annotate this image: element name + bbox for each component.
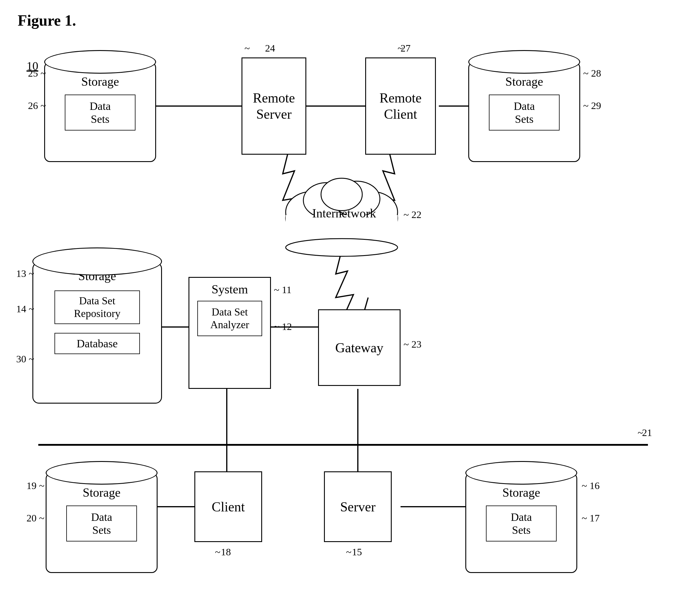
svg-point-8	[321, 178, 362, 211]
ref-19: 19 ~	[27, 480, 44, 491]
ref-22: ~ 22	[404, 209, 421, 220]
ref-21-curly: ~	[638, 427, 643, 438]
ref-11: ~ 11	[274, 284, 292, 296]
internetwork-label: Internetwork	[312, 206, 371, 220]
storage-bot-left: Storage Data Sets	[46, 461, 157, 573]
ref-24: 24	[265, 43, 275, 54]
ref-21: 21	[642, 427, 652, 438]
storage-top-right: Storage Data Sets	[468, 50, 580, 162]
remote-client-box: RemoteClient	[365, 57, 436, 155]
storage-mid-left: Storage Data SetRepository Database	[32, 247, 162, 401]
gateway-box: Gateway	[318, 309, 401, 386]
ref-15: 15	[352, 547, 362, 558]
ref-12: ~ 12	[274, 321, 292, 332]
ref-17: ~ 17	[582, 512, 600, 524]
svg-point-10	[286, 238, 397, 256]
ref-16: ~ 16	[582, 480, 600, 491]
ref-20: 20 ~	[27, 512, 44, 524]
ref-28: ~ 28	[583, 68, 601, 79]
ref-18: 18	[221, 547, 231, 558]
server-box: Server	[324, 471, 392, 542]
ref-15-curly: ~	[346, 547, 351, 558]
ref-27-curly: ~	[397, 43, 403, 54]
storage-bot-right: Storage Data Sets	[465, 461, 577, 573]
ref-18-curly: ~	[215, 547, 220, 558]
storage-top-left: Storage Data Sets	[44, 50, 156, 162]
client-box: Client	[194, 471, 262, 542]
remote-server-box: RemoteServer	[241, 57, 306, 155]
svg-rect-9	[286, 215, 397, 250]
ref-30: 30 ~	[16, 354, 34, 365]
figure-title: Figure 1.	[18, 12, 76, 29]
ref-13: 13 ~	[16, 268, 34, 279]
ref-29: ~ 29	[583, 100, 601, 111]
ref-14: 14 ~	[16, 303, 34, 315]
ref-23: ~ 23	[404, 339, 421, 350]
ref-26: 26 ~	[28, 100, 46, 111]
ref-24-curly: ~	[245, 43, 250, 54]
system-box: System Data SetAnalyzer	[189, 277, 271, 389]
ref-25: 25 ~	[28, 68, 46, 79]
